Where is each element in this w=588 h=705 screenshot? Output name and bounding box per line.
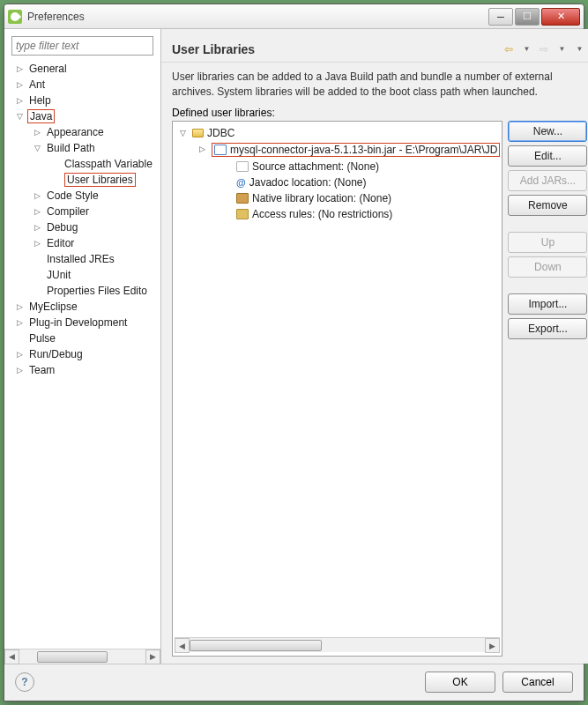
down-button[interactable]: Down	[508, 256, 587, 278]
expand-icon[interactable]: ▷	[34, 191, 42, 199]
scroll-thumb[interactable]	[37, 651, 108, 663]
tree-item[interactable]: User Libraries	[4, 172, 160, 188]
tree-item-label: Properties Files Edito	[47, 285, 147, 297]
back-icon[interactable]: ⇦	[501, 41, 517, 57]
titlebar[interactable]: Preferences ─ ☐ ✕	[4, 4, 584, 29]
native-icon	[236, 193, 249, 204]
expand-icon[interactable]: ▽	[17, 112, 25, 120]
tree-item[interactable]: Installed JREs	[4, 251, 160, 267]
app-icon	[8, 10, 22, 24]
libraries-tree-box: ▽JDBC▷mysql-connector-java-5.1.13-bin.ja…	[172, 121, 502, 657]
tree-item[interactable]: ▽Java	[4, 108, 160, 124]
cancel-button[interactable]: Cancel	[502, 672, 573, 693]
lib-item-label: Native library location: (None)	[252, 192, 391, 204]
expand-icon[interactable]: ▷	[17, 96, 25, 104]
lib-tree-item[interactable]: ▷mysql-connector-java-5.1.13-bin.jar - E…	[175, 141, 500, 159]
tree-item[interactable]: ▷Debug	[4, 219, 160, 235]
jar-icon	[214, 145, 227, 155]
expand-icon[interactable]: ▷	[199, 145, 205, 153]
tree-item[interactable]: JUnit	[4, 267, 160, 283]
window-title: Preferences	[27, 11, 487, 23]
lib-tree-item[interactable]: @Javadoc location: (None)	[175, 174, 500, 190]
expand-icon[interactable]: ▽	[34, 144, 42, 152]
lib-item-label: JDBC	[207, 127, 234, 139]
doc-icon	[236, 161, 249, 172]
lib-tree-item[interactable]: Source attachment: (None)	[175, 159, 500, 174]
import-button[interactable]: Import...	[508, 293, 587, 315]
expand-icon[interactable]: ▷	[17, 318, 25, 326]
ok-button[interactable]: OK	[425, 672, 495, 693]
libs-hscroll[interactable]: ◀ ▶	[175, 637, 500, 652]
minimize-button[interactable]: ─	[488, 8, 513, 26]
remove-button[interactable]: Remove	[508, 195, 587, 216]
add-jars-button[interactable]: Add JARs...	[508, 170, 587, 191]
tree-item-label: General	[29, 63, 67, 75]
forward-icon[interactable]: ⇨	[536, 41, 552, 57]
tree-item[interactable]: ▷Help	[4, 93, 160, 108]
tree-item[interactable]: ▷Team	[4, 362, 160, 378]
maximize-button[interactable]: ☐	[515, 8, 540, 26]
expand-icon[interactable]: ▷	[17, 350, 25, 358]
filter-input[interactable]	[11, 36, 153, 56]
expand-icon[interactable]: ▷	[17, 302, 25, 310]
lib-tree-item[interactable]: Native library location: (None)	[175, 190, 500, 206]
close-button[interactable]: ✕	[541, 8, 580, 26]
tree-item[interactable]: ▷General	[4, 61, 160, 77]
tree-item-label: Editor	[47, 237, 74, 249]
tree-item[interactable]: Classpath Variable	[4, 156, 160, 172]
scroll-thumb[interactable]	[190, 640, 322, 651]
libraries-tree[interactable]: ▽JDBC▷mysql-connector-java-5.1.13-bin.ja…	[175, 125, 500, 637]
tree-item[interactable]: Properties Files Edito	[4, 283, 160, 299]
expand-icon[interactable]: ▽	[180, 129, 186, 137]
scroll-left-icon[interactable]: ◀	[175, 638, 190, 653]
expand-icon[interactable]: ▷	[34, 223, 42, 231]
expand-icon[interactable]: ▷	[17, 80, 25, 88]
back-menu-icon[interactable]: ▼	[518, 41, 534, 57]
expand-icon[interactable]: ▷	[34, 207, 42, 215]
export-button[interactable]: Export...	[508, 318, 587, 339]
lib-tree-item[interactable]: ▽JDBC	[175, 125, 500, 141]
expand-icon[interactable]: ▷	[17, 64, 25, 72]
expand-icon[interactable]: ▷	[34, 128, 42, 136]
access-icon	[236, 209, 249, 219]
menu-icon[interactable]: ▼	[571, 41, 587, 57]
up-button[interactable]: Up	[508, 232, 587, 253]
tree-item-label: Compiler	[47, 205, 89, 218]
tree-item[interactable]: Pulse	[4, 330, 160, 346]
tree-item-label: Appearance	[47, 126, 104, 138]
tree-item-label: Help	[29, 94, 51, 107]
scroll-left-icon[interactable]: ◀	[4, 649, 19, 664]
tree-item[interactable]: ▷Editor	[4, 235, 160, 251]
tree-item[interactable]: ▷MyEclipse	[4, 299, 160, 315]
tree-item[interactable]: ▽Build Path	[4, 140, 160, 156]
tree-item[interactable]: ▷Appearance	[4, 124, 160, 140]
tree-item-label: Team	[29, 364, 55, 376]
tree-item[interactable]: ▷Ant	[4, 77, 160, 93]
expand-icon[interactable]: ▷	[17, 366, 25, 374]
expand-icon[interactable]: ▷	[34, 239, 42, 247]
tree-item-label: Code Style	[47, 189, 99, 202]
lib-tree-item[interactable]: Access rules: (No restrictions)	[175, 206, 500, 222]
tree-item[interactable]: ▷Code Style	[4, 188, 160, 204]
lib-item-label: Source attachment: (None)	[252, 160, 379, 173]
sidebar-hscroll[interactable]: ◀ ▶	[4, 649, 160, 664]
tree-item[interactable]: ▷Run/Debug	[4, 346, 160, 362]
help-icon[interactable]: ?	[15, 672, 34, 692]
tree-item-label: MyEclipse	[29, 301, 78, 313]
category-tree[interactable]: ▷General▷Ant▷Help▽Java▷Appearance▽Build …	[4, 59, 160, 649]
tree-item-label: Pulse	[29, 332, 56, 345]
tree-item-label: User Libraries	[64, 173, 136, 187]
new-button[interactable]: New...	[508, 121, 587, 142]
edit-button[interactable]: Edit...	[508, 145, 587, 167]
tree-item-label: Ant	[29, 78, 45, 91]
scroll-right-icon[interactable]: ▶	[145, 649, 160, 664]
description-text: User libraries can be added to a Java Bu…	[161, 63, 588, 103]
at-icon: @	[236, 177, 246, 188]
scroll-right-icon[interactable]: ▶	[485, 638, 500, 653]
tree-item[interactable]: ▷Compiler	[4, 204, 160, 219]
preferences-window: Preferences ─ ☐ ✕ ▷General▷Ant▷Help▽Java…	[4, 4, 584, 701]
tree-item-label: Run/Debug	[29, 348, 83, 360]
tree-item[interactable]: ▷Plug-in Development	[4, 315, 160, 330]
forward-menu-icon[interactable]: ▼	[554, 41, 569, 57]
folder-icon	[192, 129, 204, 137]
